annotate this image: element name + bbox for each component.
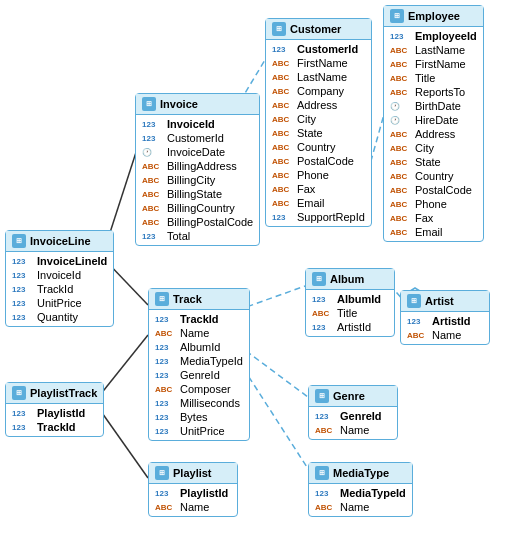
field-row: 123InvoiceLineId xyxy=(6,254,113,268)
field-row: ABCEmail xyxy=(266,196,371,210)
field-row: 123TrackId xyxy=(6,282,113,296)
field-label: ReportsTo xyxy=(415,86,465,98)
table-track: ⊞ Track 123TrackId ABCName 123AlbumId 12… xyxy=(148,288,250,441)
table-playlisttrack-body: 123PlaylistId 123TrackId xyxy=(6,404,103,436)
type-badge: 123 xyxy=(155,413,177,422)
table-customer-header: ⊞ Customer xyxy=(266,19,371,40)
field-label: State xyxy=(415,156,441,168)
field-row: 123UnitPrice xyxy=(6,296,113,310)
type-badge: ABC xyxy=(155,385,177,394)
table-playlist-body: 123PlaylistId ABCName xyxy=(149,484,237,516)
field-label: GenreId xyxy=(180,369,220,381)
type-badge: ABC xyxy=(142,218,164,227)
type-badge: 123 xyxy=(315,489,337,498)
type-badge: ABC xyxy=(272,101,294,110)
field-label: InvoiceDate xyxy=(167,146,225,158)
field-row: 123MediaTypeId xyxy=(309,486,412,500)
table-genre: ⊞ Genre 123GenreId ABCName xyxy=(308,385,398,440)
type-badge: 123 xyxy=(12,285,34,294)
table-playlisttrack-title: PlaylistTrack xyxy=(30,387,97,399)
table-playlisttrack-header: ⊞ PlaylistTrack xyxy=(6,383,103,404)
field-label: Name xyxy=(180,327,209,339)
field-row: 🕐InvoiceDate xyxy=(136,145,259,159)
type-badge: 123 xyxy=(12,423,34,432)
field-label: Name xyxy=(180,501,209,513)
field-label: AlbumId xyxy=(337,293,381,305)
type-badge: 123 xyxy=(272,213,294,222)
field-label: InvoiceLineId xyxy=(37,255,107,267)
table-icon: ⊞ xyxy=(390,9,404,23)
field-row: ABCLastName xyxy=(384,43,483,57)
field-row: ABCState xyxy=(266,126,371,140)
field-row: 123Quantity xyxy=(6,310,113,324)
field-row: 123Milliseconds xyxy=(149,396,249,410)
field-label: BillingPostalCode xyxy=(167,216,253,228)
type-badge: 123 xyxy=(407,317,429,326)
table-artist-header: ⊞ Artist xyxy=(401,291,489,312)
field-row: ABCCountry xyxy=(384,169,483,183)
table-artist-title: Artist xyxy=(425,295,454,307)
table-artist-body: 123ArtistId ABCName xyxy=(401,312,489,344)
field-label: TrackId xyxy=(37,283,73,295)
field-row: 123ArtistId xyxy=(306,320,394,334)
field-row: 123GenreId xyxy=(149,368,249,382)
field-label: Quantity xyxy=(37,311,78,323)
type-badge: 123 xyxy=(312,323,334,332)
type-badge: 123 xyxy=(12,313,34,322)
field-row: ABCFirstName xyxy=(384,57,483,71)
field-label: AlbumId xyxy=(180,341,220,353)
type-badge: 123 xyxy=(155,357,177,366)
table-invoiceline-body: 123InvoiceLineId 123InvoiceId 123TrackId… xyxy=(6,252,113,326)
field-row: ABCBillingPostalCode xyxy=(136,215,259,229)
field-label: LastName xyxy=(415,44,465,56)
field-row: 🕐BirthDate xyxy=(384,99,483,113)
type-badge: ABC xyxy=(390,200,412,209)
table-invoice-body: 123InvoiceId 123CustomerId 🕐InvoiceDate … xyxy=(136,115,259,245)
field-row: 123CustomerId xyxy=(136,131,259,145)
table-customer-title: Customer xyxy=(290,23,341,35)
field-row: ABCName xyxy=(149,326,249,340)
field-label: CustomerId xyxy=(297,43,358,55)
type-badge: ABC xyxy=(142,190,164,199)
table-icon: ⊞ xyxy=(315,389,329,403)
table-genre-title: Genre xyxy=(333,390,365,402)
field-label: Fax xyxy=(415,212,433,224)
type-badge: 123 xyxy=(12,271,34,280)
field-label: UnitPrice xyxy=(180,425,225,437)
type-badge: ABC xyxy=(407,331,429,340)
table-track-header: ⊞ Track xyxy=(149,289,249,310)
field-label: EmployeeId xyxy=(415,30,477,42)
field-label: PostalCode xyxy=(415,184,472,196)
type-badge: ABC xyxy=(390,144,412,153)
type-badge: ABC xyxy=(312,309,334,318)
field-label: FirstName xyxy=(297,57,348,69)
field-label: CustomerId xyxy=(167,132,224,144)
field-row: ABCName xyxy=(309,423,397,437)
type-badge: 123 xyxy=(12,257,34,266)
type-badge: 123 xyxy=(155,315,177,324)
field-label: FirstName xyxy=(415,58,466,70)
field-label: Milliseconds xyxy=(180,397,240,409)
field-label: ArtistId xyxy=(432,315,471,327)
field-row: ABCPhone xyxy=(266,168,371,182)
field-label: Name xyxy=(340,501,369,513)
table-playlist-header: ⊞ Playlist xyxy=(149,463,237,484)
field-label: TrackId xyxy=(37,421,76,433)
table-icon: ⊞ xyxy=(155,466,169,480)
table-album-title: Album xyxy=(330,273,364,285)
table-employee-title: Employee xyxy=(408,10,460,22)
table-mediatype-body: 123MediaTypeId ABCName xyxy=(309,484,412,516)
field-label: Total xyxy=(167,230,190,242)
field-label: PlaylistId xyxy=(37,407,85,419)
type-badge: ABC xyxy=(390,214,412,223)
table-customer: ⊞ Customer 123CustomerId ABCFirstName AB… xyxy=(265,18,372,227)
type-badge: 123 xyxy=(390,32,412,41)
field-label: GenreId xyxy=(340,410,382,422)
field-row: ABCBillingAddress xyxy=(136,159,259,173)
field-row: 123Total xyxy=(136,229,259,243)
field-row: 123ArtistId xyxy=(401,314,489,328)
type-badge: ABC xyxy=(272,143,294,152)
type-badge: ABC xyxy=(390,228,412,237)
type-badge: 123 xyxy=(312,295,334,304)
field-row: 🕐HireDate xyxy=(384,113,483,127)
